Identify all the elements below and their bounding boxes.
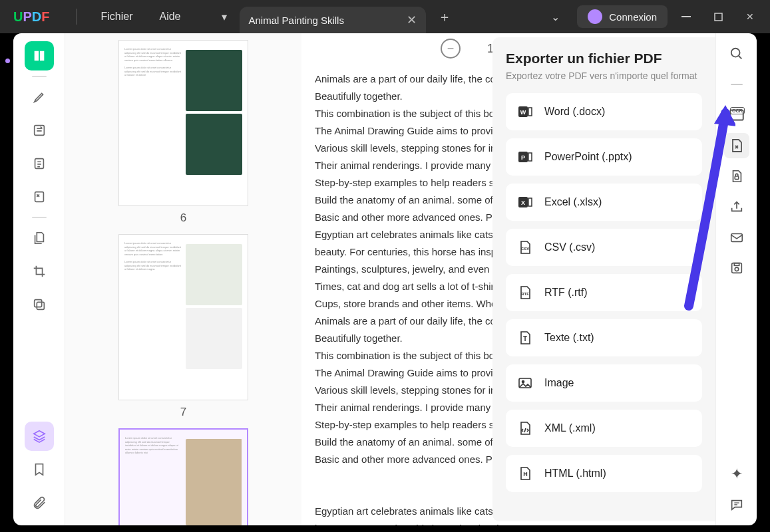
svg-text:X: X [521,200,525,206]
excel-icon: X [516,194,534,211]
svg-rect-28 [734,263,739,266]
svg-rect-6 [37,302,44,309]
login-button[interactable]: Connexion [577,5,668,28]
export-text[interactable]: TTexte (.txt) [506,319,702,356]
export-image[interactable]: Image [506,364,702,402]
html-icon: H [516,465,534,482]
thumb-label-7: 7 [98,406,268,419]
text-icon: T [516,329,534,346]
export-title: Exporter un fichier PDF [506,51,702,66]
svg-point-27 [735,267,739,271]
avatar-icon [588,9,602,24]
document-tab[interactable]: Animal Painting Skills ✕ [240,7,426,33]
export-xml[interactable]: XML (.xml) [506,410,702,447]
account-dropdown-icon[interactable]: ⌄ [539,11,572,23]
svg-text:P: P [521,154,525,161]
compress-tool[interactable] [25,290,54,319]
svg-rect-15 [528,198,532,206]
attachment-tool[interactable] [25,488,54,517]
image-icon [516,374,534,392]
export-excel[interactable]: XExcel (.xlsx) [506,184,702,221]
bookmark-tool[interactable] [25,455,54,484]
minimize-button[interactable] [673,5,699,29]
svg-rect-12 [528,153,532,161]
divider [724,72,749,97]
svg-point-22 [731,49,739,57]
tab-list-dropdown[interactable]: ▾ [214,7,234,27]
crop-tool[interactable] [25,257,54,286]
export-word[interactable]: WWord (.docx) [506,93,702,130]
save-icon[interactable] [724,255,749,281]
highlight-tool[interactable] [25,82,54,112]
xml-icon [516,420,534,437]
close-tab-icon[interactable]: ✕ [407,13,417,27]
svg-rect-2 [34,126,44,136]
zoom-out-button[interactable]: − [441,39,461,59]
export-html[interactable]: HHTML (.html) [506,455,702,492]
rtf-icon: RTF [516,284,534,301]
reader-tool[interactable] [25,41,54,70]
page-text-tool[interactable] [25,149,54,178]
right-toolbar: OCR ✦ [715,33,757,525]
email-icon[interactable] [724,225,749,250]
csv-icon: CSV [516,239,534,256]
svg-rect-25 [731,234,742,242]
left-toolbar [13,33,65,525]
maximize-button[interactable] [705,5,731,29]
export-powerpoint[interactable]: PPowerPoint (.pptx) [506,138,702,176]
svg-rect-24 [735,176,739,180]
close-window-button[interactable]: ✕ [737,5,763,29]
thumb-label-6: 6 [98,211,268,225]
layers-tool[interactable] [25,422,54,451]
redact-tool[interactable] [25,182,54,211]
powerpoint-icon: P [516,148,534,166]
svg-rect-5 [34,300,41,307]
new-tab-button[interactable]: ＋ [431,8,458,26]
export-csv[interactable]: CSVCSV (.csv) [506,229,702,266]
svg-text:T: T [523,335,527,342]
svg-point-20 [522,381,524,383]
export-panel: Exporter un fichier PDF Exportez votre P… [492,37,715,521]
tab-title: Animal Painting Skills [249,15,344,26]
comment-icon[interactable] [724,492,749,517]
svg-rect-0 [681,16,691,17]
edit-text-tool[interactable] [25,116,54,145]
pages-tool[interactable] [25,223,54,253]
export-rtf[interactable]: RTFRTF (.rtf) [506,274,702,311]
ocr-icon[interactable]: OCR [724,102,749,128]
document-view: − 125% ▾ + Animals are a part of our dai… [301,33,715,525]
updf-logo: UPDF [13,9,49,25]
export-subtitle: Exportez votre PDF vers n'importe quel f… [506,70,702,81]
thumbnail-8-selected[interactable]: Lorem ipsum dolor sit amet consectetur a… [118,428,248,525]
word-icon: W [516,103,534,120]
titlebar: UPDF Fichier Aide ▾ Animal Painting Skil… [0,0,770,33]
svg-text:W: W [520,109,526,116]
thumbnail-7[interactable]: Lorem ipsum dolor sit amet consectetur a… [118,234,248,400]
menu-help[interactable]: Aide [148,5,191,28]
thumbnail-6[interactable]: Lorem ipsum dolor sit amet consectetur a… [118,40,248,206]
ai-assistant-icon[interactable]: ✦ [724,462,749,487]
svg-rect-1 [715,13,722,21]
share-icon[interactable] [724,194,749,219]
svg-text:H: H [523,471,528,477]
export-icon[interactable] [724,133,749,158]
svg-text:RTF: RTF [521,292,529,296]
menu-file[interactable]: Fichier [90,5,143,28]
svg-text:CSV: CSV [521,247,529,251]
search-icon[interactable] [724,41,749,66]
thumbnails-panel[interactable]: Lorem ipsum dolor sit amet consectetur a… [65,33,301,525]
protect-icon[interactable] [724,164,749,189]
svg-rect-9 [528,108,532,116]
login-label: Connexion [609,11,657,23]
page-indicator-dot [5,59,10,63]
